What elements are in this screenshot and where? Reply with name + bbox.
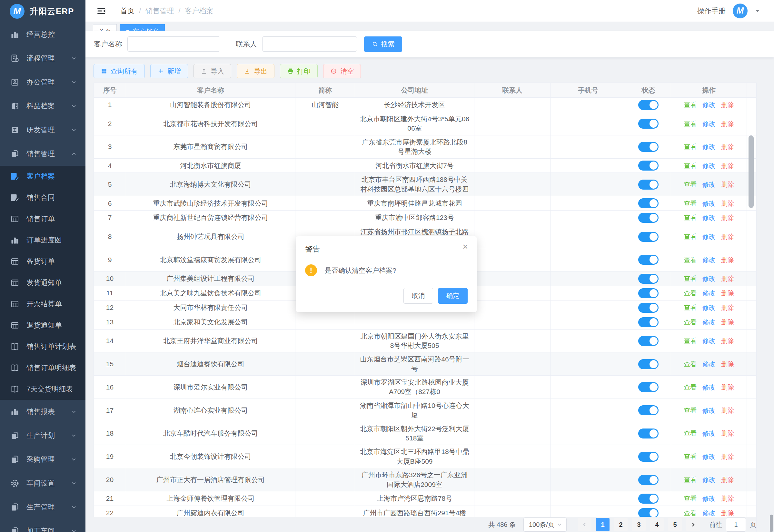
sidebar-item-12[interactable]: 发货通知单 <box>0 272 85 293</box>
view-link[interactable]: 查看 <box>684 181 697 188</box>
sidebar-item-5[interactable]: 研发管理 <box>0 118 85 142</box>
confirm-button[interactable]: 确定 <box>438 288 468 304</box>
sidebar-item-11[interactable]: 备货订单 <box>0 251 85 272</box>
view-link[interactable]: 查看 <box>684 384 697 391</box>
edit-link[interactable]: 修改 <box>702 101 715 108</box>
delete-link[interactable]: 删除 <box>721 495 734 502</box>
status-toggle[interactable] <box>638 255 659 265</box>
delete-link[interactable]: 删除 <box>721 384 734 391</box>
status-toggle[interactable] <box>638 288 659 298</box>
view-link[interactable]: 查看 <box>684 290 697 297</box>
view-link[interactable]: 查看 <box>684 407 697 414</box>
search-button[interactable]: 搜索 <box>364 36 402 52</box>
close-icon[interactable]: ✕ <box>462 243 468 251</box>
sidebar-item-14[interactable]: 退货通知单 <box>0 315 85 336</box>
breadcrumb-item[interactable]: 销售管理 <box>145 6 174 16</box>
清空-button[interactable]: 清空 <box>323 64 361 78</box>
view-link[interactable]: 查看 <box>684 304 697 311</box>
sidebar-item-7[interactable]: 客户档案 <box>0 166 85 187</box>
status-toggle[interactable] <box>638 382 659 392</box>
goto-page-input[interactable] <box>726 517 746 532</box>
打印-button[interactable]: 打印 <box>280 64 318 78</box>
查询所有-button[interactable]: 查询所有 <box>94 64 145 78</box>
customer-name-input[interactable] <box>127 36 220 52</box>
page-button-3[interactable]: 3 <box>632 518 646 531</box>
view-link[interactable]: 查看 <box>684 476 697 483</box>
view-link[interactable]: 查看 <box>684 275 697 282</box>
delete-link[interactable]: 删除 <box>721 360 734 368</box>
edit-link[interactable]: 修改 <box>702 453 715 460</box>
view-link[interactable]: 查看 <box>684 360 697 368</box>
delete-link[interactable]: 删除 <box>721 337 734 344</box>
delete-link[interactable]: 删除 <box>721 143 734 150</box>
contact-input[interactable] <box>262 36 357 52</box>
menu-fold-icon[interactable] <box>96 6 106 16</box>
view-link[interactable]: 查看 <box>684 509 697 517</box>
page-button-1[interactable]: 1 <box>596 518 610 531</box>
user-caret-down-icon[interactable] <box>755 8 760 14</box>
sidebar-item-23[interactable]: 加工车间 <box>0 519 85 532</box>
status-toggle[interactable] <box>638 274 659 284</box>
delete-link[interactable]: 删除 <box>721 407 734 414</box>
view-link[interactable]: 查看 <box>684 120 697 127</box>
view-link[interactable]: 查看 <box>684 256 697 263</box>
window-scrollbar-thumb[interactable] <box>770 515 773 532</box>
view-link[interactable]: 查看 <box>684 143 697 150</box>
edit-link[interactable]: 修改 <box>702 407 715 414</box>
status-toggle[interactable] <box>638 429 659 438</box>
status-toggle[interactable] <box>638 359 659 369</box>
sidebar-item-22[interactable]: 生产管理 <box>0 495 85 519</box>
status-toggle[interactable] <box>638 317 659 327</box>
sidebar-item-6[interactable]: 销售管理 <box>0 142 85 166</box>
edit-link[interactable]: 修改 <box>702 384 715 391</box>
page-button-4[interactable]: 4 <box>650 518 664 531</box>
delete-link[interactable]: 删除 <box>721 290 734 297</box>
edit-link[interactable]: 修改 <box>702 304 715 311</box>
prev-page-button[interactable] <box>578 518 591 531</box>
view-link[interactable]: 查看 <box>684 162 697 169</box>
delete-link[interactable]: 删除 <box>721 509 734 517</box>
edit-link[interactable]: 修改 <box>702 143 715 150</box>
delete-link[interactable]: 删除 <box>721 430 734 437</box>
edit-link[interactable]: 修改 <box>702 290 715 297</box>
sidebar-item-19[interactable]: 生产计划 <box>0 424 85 448</box>
status-toggle[interactable] <box>638 405 659 415</box>
sidebar-item-18[interactable]: 销售报表 <box>0 400 85 424</box>
delete-link[interactable]: 删除 <box>721 214 734 221</box>
edit-link[interactable]: 修改 <box>702 256 715 263</box>
delete-link[interactable]: 删除 <box>721 476 734 483</box>
delete-link[interactable]: 删除 <box>721 319 734 326</box>
edit-link[interactable]: 修改 <box>702 233 715 240</box>
delete-link[interactable]: 删除 <box>721 181 734 188</box>
status-toggle[interactable] <box>638 336 659 346</box>
view-link[interactable]: 查看 <box>684 430 697 437</box>
edit-link[interactable]: 修改 <box>702 337 715 344</box>
delete-link[interactable]: 删除 <box>721 233 734 240</box>
edit-link[interactable]: 修改 <box>702 275 715 282</box>
edit-link[interactable]: 修改 <box>702 200 715 207</box>
sidebar-item-10[interactable]: 订单进度图 <box>0 230 85 251</box>
view-link[interactable]: 查看 <box>684 233 697 240</box>
table-scrollbar-thumb[interactable] <box>749 135 754 208</box>
sidebar-item-16[interactable]: 销售订单明细表 <box>0 357 85 379</box>
cancel-button[interactable]: 取消 <box>403 288 433 304</box>
sidebar-item-20[interactable]: 采购管理 <box>0 448 85 471</box>
sidebar-item-1[interactable]: 经营总控 <box>0 23 85 46</box>
status-toggle[interactable] <box>638 198 659 208</box>
status-toggle[interactable] <box>638 213 659 223</box>
导出-button[interactable]: 导出 <box>237 64 274 78</box>
page-button-2[interactable]: 2 <box>614 518 628 531</box>
status-toggle[interactable] <box>638 119 659 129</box>
page-size-select[interactable]: 100条/页 <box>523 517 567 532</box>
view-link[interactable]: 查看 <box>684 200 697 207</box>
user-avatar[interactable]: M <box>733 4 748 18</box>
delete-link[interactable]: 删除 <box>721 101 734 108</box>
next-page-button[interactable] <box>686 518 700 531</box>
delete-link[interactable]: 删除 <box>721 200 734 207</box>
delete-link[interactable]: 删除 <box>721 453 734 460</box>
status-toggle[interactable] <box>638 303 659 313</box>
edit-link[interactable]: 修改 <box>702 120 715 127</box>
edit-link[interactable]: 修改 <box>702 360 715 368</box>
view-link[interactable]: 查看 <box>684 337 697 344</box>
status-toggle[interactable] <box>638 232 659 242</box>
